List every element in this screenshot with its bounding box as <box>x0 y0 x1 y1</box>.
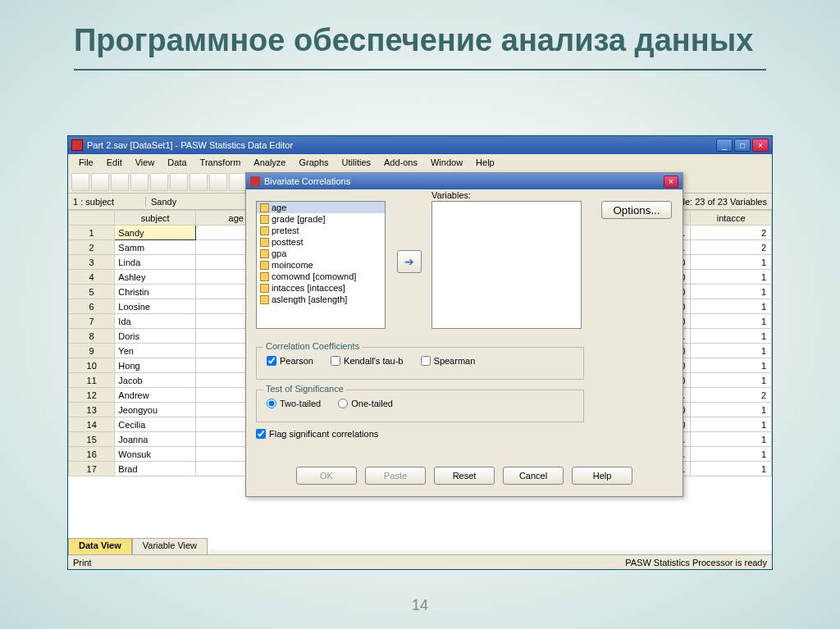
close-button[interactable]: × <box>752 139 769 152</box>
maximize-button[interactable]: □ <box>734 139 751 152</box>
menu-transform[interactable]: Transform <box>194 157 247 168</box>
paste-button[interactable]: Paste <box>365 467 426 485</box>
variable-item[interactable]: intacces [intacces] <box>257 282 385 294</box>
menu-help[interactable]: Help <box>470 157 500 168</box>
one-tailed-radio[interactable]: One-tailed <box>338 399 393 408</box>
dialog-button-row: OK Paste Reset Cancel Help <box>246 467 682 485</box>
toolbar-button[interactable] <box>111 173 129 191</box>
flag-significant-checkbox[interactable]: Flag significant correlations <box>256 429 378 439</box>
toolbar-button[interactable] <box>189 173 208 191</box>
menu-graphs[interactable]: Graphs <box>293 157 334 168</box>
variable-item[interactable]: moincome <box>257 259 385 271</box>
reset-button[interactable]: Reset <box>434 467 495 485</box>
menu-addons[interactable]: Add-ons <box>378 157 423 168</box>
cancel-button[interactable]: Cancel <box>503 467 564 485</box>
status-left: Print <box>73 558 92 567</box>
menu-data[interactable]: Data <box>162 157 192 168</box>
significance-group: Test of Significance Two-tailed One-tail… <box>256 390 584 422</box>
kendall-checkbox[interactable]: Kendall's tau-b <box>331 356 403 366</box>
pearson-checkbox[interactable]: Pearson <box>267 356 313 366</box>
toolbar-button[interactable] <box>170 173 188 191</box>
dialog-titlebar: Bivariate Correlations × <box>246 173 682 189</box>
slide-number: 14 <box>412 597 428 614</box>
group-label: Test of Significance <box>263 384 346 394</box>
title-underline <box>74 69 766 71</box>
menu-window[interactable]: Window <box>425 157 468 168</box>
dialog-title: Bivariate Correlations <box>264 176 350 186</box>
statusbar: Print PASW Statistics Processor is ready <box>68 554 772 569</box>
app-icon <box>71 139 83 151</box>
options-button[interactable]: Options... <box>601 201 672 219</box>
toolbar-button[interactable] <box>130 173 148 191</box>
minimize-button[interactable]: _ <box>716 139 733 152</box>
variable-item[interactable]: gpa <box>257 248 385 259</box>
target-variables-list[interactable] <box>431 201 582 329</box>
tab-data-view[interactable]: Data View <box>68 538 132 554</box>
slide-title: Программное обеспечение анализа данных <box>0 0 840 64</box>
status-right: PASW Statistics Processor is ready <box>625 558 767 567</box>
move-variable-button[interactable]: ➔ <box>397 250 422 273</box>
spearman-checkbox[interactable]: Spearman <box>421 356 476 366</box>
variable-item[interactable]: pretest <box>257 225 385 236</box>
two-tailed-radio[interactable]: Two-tailed <box>267 399 321 408</box>
toolbar-button[interactable] <box>229 173 247 191</box>
menu-utilities[interactable]: Utilities <box>336 157 377 168</box>
menu-edit[interactable]: Edit <box>101 157 128 168</box>
menu-view[interactable]: View <box>130 157 161 168</box>
dialog-icon <box>250 176 260 186</box>
menubar: File Edit View Data Transform Analyze Gr… <box>68 154 772 171</box>
variables-label: Variables: <box>431 190 471 200</box>
dialog-close-button[interactable]: × <box>664 175 678 188</box>
variable-item[interactable]: aslength [aslength] <box>257 294 385 305</box>
toolbar-button[interactable] <box>91 173 109 191</box>
variable-item[interactable]: comownd [comownd] <box>257 271 385 282</box>
cell-ref: 1 : subject <box>68 197 146 207</box>
source-variable-list[interactable]: agegrade [grade]pretestposttestgpamoinco… <box>256 201 386 329</box>
view-tabs: Data View Variable View <box>68 538 772 554</box>
tab-variable-view[interactable]: Variable View <box>132 538 208 554</box>
toolbar-button[interactable] <box>71 173 89 191</box>
correlation-coefficients-group: Correlation Coefficients Pearson Kendall… <box>256 347 584 380</box>
toolbar-button[interactable] <box>150 173 168 191</box>
bivariate-dialog: Bivariate Correlations × agegrade [grade… <box>245 172 683 497</box>
ok-button[interactable]: OK <box>296 467 357 485</box>
help-button[interactable]: Help <box>572 467 632 485</box>
variable-item[interactable]: grade [grade] <box>257 213 385 225</box>
variable-item[interactable]: posttest <box>257 236 385 248</box>
titlebar: Part 2.sav [DataSet1] - PASW Statistics … <box>68 136 772 154</box>
toolbar-button[interactable] <box>209 173 227 191</box>
variable-item[interactable]: age <box>257 202 385 213</box>
group-label: Correlation Coefficients <box>263 341 362 351</box>
menu-analyze[interactable]: Analyze <box>248 157 291 168</box>
menu-file[interactable]: File <box>73 157 99 168</box>
window-title: Part 2.sav [DataSet1] - PASW Statistics … <box>87 140 293 150</box>
